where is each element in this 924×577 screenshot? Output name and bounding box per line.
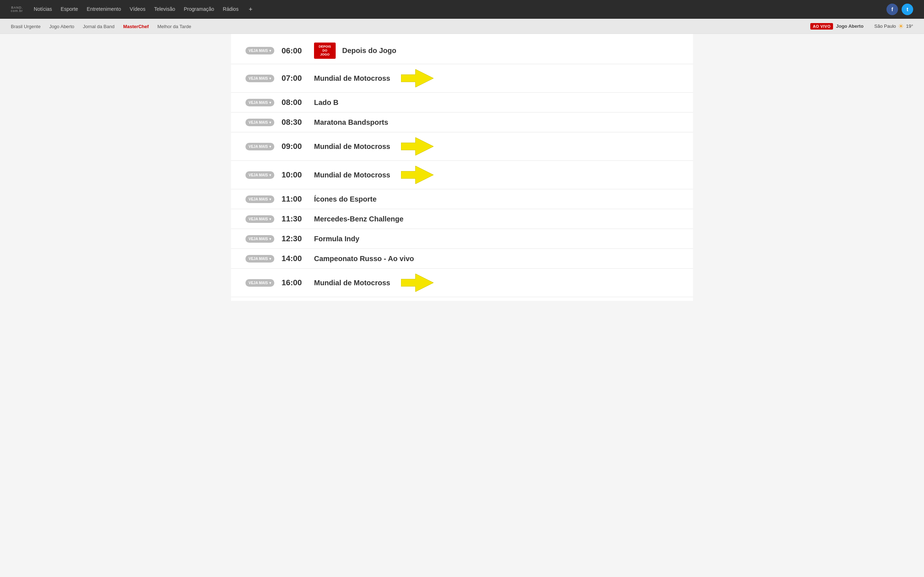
program-thumbnail: DEPOISDOJOGO bbox=[314, 43, 336, 59]
temperature: 19° bbox=[906, 23, 913, 29]
program-row: VEJA MAIS14:00Campeonato Russo - Ao vivo bbox=[231, 249, 693, 269]
nav-programacao[interactable]: Programação bbox=[184, 6, 214, 12]
veja-mais-button[interactable]: VEJA MAIS bbox=[246, 255, 274, 263]
veja-mais-button[interactable]: VEJA MAIS bbox=[246, 75, 274, 82]
veja-mais-button[interactable]: VEJA MAIS bbox=[246, 143, 274, 150]
program-title: Maratona Bandsports bbox=[314, 118, 388, 127]
program-time: 14:00 bbox=[281, 254, 314, 263]
nav-jogo-aberto[interactable]: Jogo Aberto bbox=[49, 24, 74, 29]
nav-noticias[interactable]: Notícias bbox=[34, 6, 52, 12]
veja-mais-button[interactable]: VEJA MAIS bbox=[246, 99, 274, 106]
veja-mais-button[interactable]: VEJA MAIS bbox=[246, 279, 274, 287]
band-logo[interactable]: BAND. com.br bbox=[11, 6, 23, 13]
program-time: 16:00 bbox=[281, 278, 314, 287]
program-time: 12:30 bbox=[281, 234, 314, 243]
nav-radios[interactable]: Rádios bbox=[223, 6, 239, 12]
program-time: 07:00 bbox=[281, 74, 314, 83]
main-nav-links: Notícias Esporte Entretenimento Vídeos T… bbox=[34, 6, 879, 13]
program-title: Mundial de Motocross bbox=[314, 142, 390, 151]
program-row: VEJA MAIS07:00Mundial de Motocross bbox=[231, 64, 693, 93]
city-name: São Paulo bbox=[874, 23, 896, 29]
facebook-icon[interactable]: f bbox=[887, 3, 898, 15]
program-time: 11:00 bbox=[281, 194, 314, 204]
nav-videos[interactable]: Vídeos bbox=[129, 6, 145, 12]
program-row: VEJA MAIS06:00DEPOISDOJOGODepois do Jogo bbox=[231, 37, 693, 64]
veja-mais-button[interactable]: VEJA MAIS bbox=[246, 47, 274, 55]
program-row: VEJA MAIS08:30Maratona Bandsports bbox=[231, 113, 693, 132]
program-row: VEJA MAIS10:00Mundial de Motocross bbox=[231, 161, 693, 189]
nav-entretenimento[interactable]: Entretenimento bbox=[87, 6, 121, 12]
nav-televisao[interactable]: Televisão bbox=[154, 6, 175, 12]
program-list: VEJA MAIS06:00DEPOISDOJOGODepois do Jogo… bbox=[231, 34, 693, 301]
program-title: Mundial de Motocross bbox=[314, 171, 390, 179]
program-title: Formula Indy bbox=[314, 235, 360, 243]
nav-jornal-da-band[interactable]: Jornal da Band bbox=[83, 24, 115, 29]
program-row: VEJA MAIS11:00Ícones do Esporte bbox=[231, 189, 693, 209]
svg-marker-0 bbox=[401, 69, 433, 87]
program-title: Mercedes-Benz Challenge bbox=[314, 215, 404, 223]
program-time: 08:30 bbox=[281, 118, 314, 127]
program-title: Campeonato Russo - Ao vivo bbox=[314, 255, 414, 263]
svg-marker-3 bbox=[401, 274, 433, 292]
live-badge: AO VIVO bbox=[810, 23, 833, 29]
annotation-arrow bbox=[401, 69, 433, 87]
nav-melhor-da-tarde[interactable]: Melhor da Tarde bbox=[157, 24, 191, 29]
program-time: 10:00 bbox=[281, 170, 314, 180]
veja-mais-button[interactable]: VEJA MAIS bbox=[246, 215, 274, 223]
nav-esporte[interactable]: Esporte bbox=[61, 6, 78, 12]
program-title: Depois do Jogo bbox=[342, 47, 396, 55]
program-time: 06:00 bbox=[281, 46, 314, 56]
program-title: Mundial de Motocross bbox=[314, 74, 390, 82]
program-time: 08:00 bbox=[281, 98, 314, 107]
svg-marker-2 bbox=[401, 166, 433, 184]
secondary-navigation: Brasil Urgente Jogo Aberto Jornal da Ban… bbox=[0, 19, 924, 34]
program-time: 11:30 bbox=[281, 214, 314, 224]
annotation-arrow bbox=[401, 166, 433, 184]
weather-sun-icon: ☀ bbox=[898, 23, 904, 30]
weather-widget: São Paulo ☀ 19° bbox=[874, 23, 913, 30]
annotation-arrow bbox=[401, 137, 433, 155]
veja-mais-button[interactable]: VEJA MAIS bbox=[246, 171, 274, 179]
program-time: 09:00 bbox=[281, 142, 314, 151]
secondary-nav-links: Brasil Urgente Jogo Aberto Jornal da Ban… bbox=[11, 23, 810, 29]
program-row: VEJA MAIS16:00Mundial de Motocross bbox=[231, 269, 693, 297]
logo-subtext: com.br bbox=[11, 10, 23, 13]
program-title: Ícones do Esporte bbox=[314, 195, 376, 203]
nav-plus-button[interactable]: + bbox=[249, 6, 253, 13]
svg-marker-1 bbox=[401, 137, 433, 155]
program-row: VEJA MAIS12:30Formula Indy bbox=[231, 229, 693, 249]
annotation-arrow bbox=[401, 274, 433, 292]
nav-masterchef[interactable]: MasterChef bbox=[123, 24, 149, 29]
twitter-icon[interactable]: t bbox=[901, 3, 913, 15]
program-row: VEJA MAIS11:30Mercedes-Benz Challenge bbox=[231, 209, 693, 229]
veja-mais-button[interactable]: VEJA MAIS bbox=[246, 195, 274, 203]
program-row: VEJA MAIS09:00Mundial de Motocross bbox=[231, 132, 693, 161]
live-program-name: Jogo Aberto bbox=[836, 23, 863, 29]
program-row: VEJA MAIS08:00Lado B bbox=[231, 93, 693, 113]
top-navigation: BAND. com.br Notícias Esporte Entretenim… bbox=[0, 0, 924, 19]
program-title: Lado B bbox=[314, 98, 339, 107]
veja-mais-button[interactable]: VEJA MAIS bbox=[246, 119, 274, 126]
program-title: Mundial de Motocross bbox=[314, 279, 390, 287]
social-icons-group: f t bbox=[887, 3, 913, 15]
nav-brasil-urgente[interactable]: Brasil Urgente bbox=[11, 24, 40, 29]
veja-mais-button[interactable]: VEJA MAIS bbox=[246, 235, 274, 243]
